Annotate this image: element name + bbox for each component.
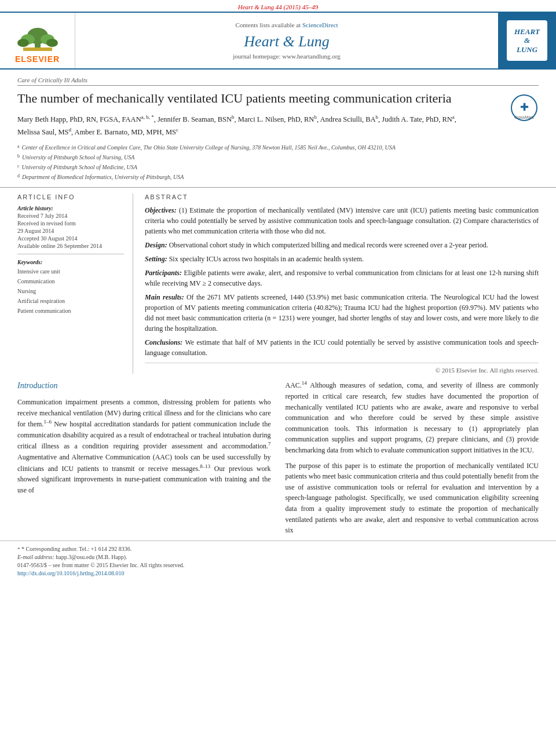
abstract-heading: ABSTRACT: [145, 193, 539, 200]
author1: Mary Beth Happ, PhD, RN, FGSA, FAAN: [17, 115, 141, 123]
article-header: Care of Critically Ill Adults ✚ CrossMar…: [0, 70, 556, 181]
journal-header: ELSEVIER Contents lists available at Sci…: [0, 12, 556, 70]
elsevier-text: ELSEVIER: [15, 54, 60, 64]
science-direct-link[interactable]: ScienceDirect: [302, 21, 338, 28]
copyright-line: © 2015 Elsevier Inc. All rights reserved…: [145, 363, 539, 374]
author1-sup: a, b, *: [141, 114, 154, 120]
author7-sup: c: [176, 127, 178, 133]
footer-doi: http://dx.doi.org/10.1016/j.hrtlng.2014.…: [17, 570, 539, 576]
journal-title: Heart & Lung: [244, 33, 329, 50]
history-label: Article history:: [17, 205, 124, 211]
keyword-1: Intensive care unit: [17, 266, 124, 276]
svg-point-5: [46, 39, 58, 47]
abstract-design: Design: Observational cohort study in wh…: [145, 240, 539, 250]
author6: ,: [455, 115, 456, 123]
keywords-list: Intensive care unit Communication Nursin…: [17, 266, 124, 316]
author4: , Andrea Sciulli, BA: [317, 115, 376, 123]
keyword-2: Communication: [17, 276, 124, 286]
footnotes: * * Corresponding author. Tel.: +1 614 2…: [0, 540, 556, 580]
abstract-setting: Setting: Six specialty ICUs across two h…: [145, 254, 539, 264]
elsevier-tree-icon: [12, 17, 64, 52]
article-title: The number of mechanically ventilated IC…: [17, 90, 539, 107]
affiliations: a Center of Excellence in Critical and C…: [17, 143, 539, 181]
journal-reference: Heart & Lung 44 (2015) 45–49: [0, 0, 556, 12]
article-info-abstract: ARTICLE INFO Article history: Received 7…: [0, 187, 556, 379]
journal-center: Contents lists available at ScienceDirec…: [75, 13, 498, 68]
svg-rect-6: [23, 48, 52, 51]
abstract-results: Main results: Of the 2671 MV patients sc…: [145, 292, 539, 334]
introduction-heading: Introduction: [17, 379, 271, 392]
crossmark-icon: ✚ CrossMark: [510, 93, 539, 122]
affil-a: a Center of Excellence in Critical and C…: [17, 143, 539, 152]
revised-date: 29 August 2014: [17, 228, 124, 234]
article-info-column: ARTICLE INFO Article history: Received 7…: [17, 193, 133, 374]
revised-label: Received in revised form: [17, 220, 124, 227]
author2: , Jennifer B. Seaman, BSN: [154, 115, 232, 123]
abstract-participants: Participants: Eligible patients were awa…: [145, 268, 539, 288]
keyword-5: Patient communication: [17, 306, 124, 316]
body-right-para2: The purpose of this paper is to estimate…: [286, 461, 539, 536]
abstract-column: ABSTRACT Objectives: (1) Estimate the pr…: [145, 193, 539, 374]
online-date: Available online 26 September 2014: [17, 243, 124, 249]
affil-b: b University of Pittsburgh School of Nur…: [17, 153, 539, 162]
body-left-col: Introduction Communication impairment pr…: [17, 379, 271, 540]
svg-text:✚: ✚: [520, 101, 529, 113]
abstract-objectives: Objectives: (1) Estimate the proportion …: [145, 205, 539, 236]
abstract-conclusions: Conclusions: We estimate that half of MV…: [145, 337, 539, 358]
author-newline: Melissa Saul, MS: [17, 128, 69, 136]
journal-homepage: journal homepage: www.heartandlung.org: [233, 53, 340, 60]
article-info-heading: ARTICLE INFO: [17, 193, 124, 200]
authors-line: Mary Beth Happ, PhD, RN, FGSA, FAANa, b,…: [17, 113, 539, 139]
intro-para1: Communication impairment presents a comm…: [17, 397, 271, 495]
body-right-para1: AAC.14 Although measures of sedation, co…: [286, 379, 539, 455]
hl-badge-text: HEART&LUNG: [514, 27, 540, 54]
journal-badge-area: HEART&LUNG: [498, 13, 556, 68]
received-date: Received 7 July 2014: [17, 213, 124, 219]
author5: , Judith A. Tate, PhD, RN: [378, 115, 452, 123]
affil-d: d Department of Biomedical Informatics, …: [17, 173, 539, 181]
author7: , Amber E. Barnato, MD, MPH, MS: [71, 128, 176, 136]
elsevier-logo-area: ELSEVIER: [0, 13, 75, 68]
keyword-4: Artificial respiration: [17, 296, 124, 306]
keywords-label: Keywords:: [17, 259, 124, 265]
svg-point-4: [17, 39, 29, 47]
svg-text:CrossMark: CrossMark: [514, 115, 534, 119]
science-direct-line: Contents lists available at ScienceDirec…: [235, 21, 338, 28]
footer-copyright: 0147-9563/$ – see front matter © 2015 El…: [17, 562, 539, 568]
affil-c: c University of Pittsburgh School of Med…: [17, 163, 539, 171]
divider: [17, 254, 124, 254]
footnote-star: * * Corresponding author. Tel.: +1 614 2…: [17, 546, 539, 552]
body-content: Introduction Communication impairment pr…: [0, 379, 556, 540]
accepted-date: Accepted 30 August 2014: [17, 235, 124, 242]
doi-link[interactable]: http://dx.doi.org/10.1016/j.hrtlng.2014.…: [17, 570, 125, 576]
section-label: Care of Critically Ill Adults: [17, 76, 539, 86]
footnote-email: E-mail address: happ.3@osu.edu (M.B. Hap…: [17, 554, 539, 560]
hl-badge: HEART&LUNG: [507, 20, 547, 61]
author3: , Marci L. Nilsen, PhD, RN: [235, 115, 314, 123]
body-right-col: AAC.14 Although measures of sedation, co…: [286, 379, 539, 540]
keyword-3: Nursing: [17, 286, 124, 296]
